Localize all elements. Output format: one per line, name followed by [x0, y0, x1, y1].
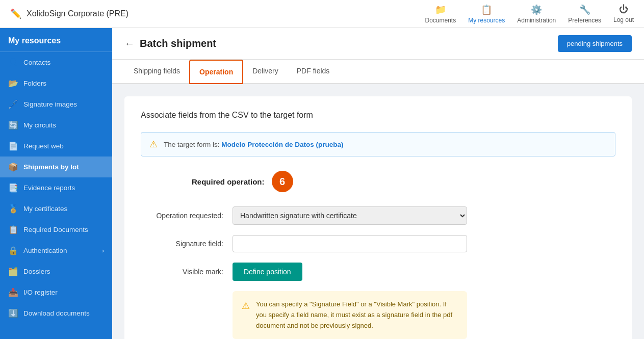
- info-warn-icon: ⚠: [149, 139, 158, 150]
- app-logo-icon: ✏️: [10, 8, 21, 19]
- sidebar-item-folders-label: Folders: [23, 80, 46, 87]
- sidebar-item-request-web[interactable]: 📄 Request web: [0, 136, 112, 157]
- page-header: ← Batch shipment pending shipments: [112, 28, 644, 60]
- documents-icon: 📁: [435, 4, 446, 15]
- tab-operation[interactable]: Operation: [189, 60, 243, 84]
- my-circuits-icon: 🔄: [8, 120, 18, 130]
- request-web-icon: 📄: [8, 141, 18, 151]
- my-resources-icon: 📋: [481, 4, 492, 15]
- form-card: Associate fields from the CSV to the tar…: [124, 96, 632, 339]
- visible-mark-field: Define position: [233, 263, 467, 281]
- nav-my-resources-label: My resources: [468, 17, 505, 24]
- io-register-icon: 📥: [8, 288, 18, 297]
- visible-mark-label: Visible mark:: [141, 268, 233, 276]
- form-section-title: Associate fields from the CSV to the tar…: [141, 111, 615, 120]
- required-operation-row: Required operation: 6: [141, 171, 615, 192]
- sidebar-item-authentication-label: Authentication: [23, 247, 67, 254]
- step-badge: 6: [272, 171, 293, 192]
- sidebar-item-my-certificates-label: My certificates: [23, 205, 67, 213]
- tabs-bar: Shipping fields Operation Delivery PDF f…: [112, 60, 644, 84]
- sidebar-item-folders[interactable]: 📂 Folders: [0, 73, 112, 94]
- visible-mark-row: Visible mark: Define position: [141, 263, 615, 281]
- signature-images-icon: 🖊️: [8, 99, 18, 109]
- sidebar-item-download-documents[interactable]: ⬇️ Download documents: [0, 303, 112, 324]
- logout-icon: ⏻: [619, 4, 628, 15]
- sidebar-item-shipments-by-lot-label: Shipments by lot: [23, 163, 79, 171]
- authentication-icon: 🔒: [8, 246, 18, 255]
- nav-my-resources[interactable]: 📋 My resources: [468, 4, 505, 24]
- page-header-left: ← Batch shipment: [124, 38, 216, 49]
- sidebar-item-contacts-label: Contacts: [23, 59, 50, 66]
- pending-shipments-button[interactable]: pending shipments: [558, 35, 632, 52]
- warning-box: ⚠ You can specify a "Signature Field" or…: [233, 291, 467, 339]
- sidebar-item-request-web-label: Request web: [23, 142, 64, 150]
- main-layout: My resources 👤 Contacts 📂 Folders 🖊️ Sig…: [0, 28, 644, 339]
- content-area: ← Batch shipment pending shipments Shipp…: [112, 28, 644, 339]
- sidebar-item-download-documents-label: Download documents: [23, 309, 90, 317]
- my-certificates-icon: 🏅: [8, 204, 18, 214]
- sidebar-item-io-register[interactable]: 📥 I/O register: [0, 282, 112, 303]
- nav-preferences-label: Preferences: [568, 17, 601, 24]
- sidebar-item-signature-images[interactable]: 🖊️ Signature images: [0, 94, 112, 115]
- sidebar-item-io-register-label: I/O register: [23, 289, 58, 296]
- preferences-icon: 🔧: [579, 4, 590, 15]
- sidebar-item-my-certificates[interactable]: 🏅 My certificates: [0, 198, 112, 219]
- page-title: Batch shipment: [140, 38, 216, 49]
- info-box-text: The target form is: Modelo Protección de…: [164, 141, 344, 148]
- sidebar-item-authentication[interactable]: 🔒 Authentication ›: [0, 240, 112, 261]
- sidebar-item-shipments-by-lot[interactable]: 📦 Shipments by lot: [0, 157, 112, 177]
- sidebar-item-dossiers[interactable]: 🗂️ Dossiers: [0, 261, 112, 282]
- sidebar-item-required-documents-label: Required Documents: [23, 226, 88, 233]
- warning-text: You can specify a "Signature Field" or a…: [256, 299, 458, 331]
- sidebar-item-evidence-reports-label: Evidence reports: [23, 184, 75, 192]
- contacts-icon: 👤: [8, 58, 18, 67]
- info-box: ⚠ The target form is: Modelo Protección …: [141, 132, 615, 157]
- nav-logout-label: Log out: [613, 16, 634, 23]
- op-requested-field: Handwritten signature with certificate E…: [233, 206, 467, 225]
- sidebar-header: My resources: [0, 28, 112, 52]
- define-position-button[interactable]: Define position: [233, 263, 302, 281]
- sidebar-item-dossiers-label: Dossiers: [23, 268, 50, 275]
- shipments-by-lot-icon: 📦: [8, 162, 18, 172]
- authentication-arrow-icon: ›: [102, 247, 104, 254]
- sidebar-item-evidence-reports[interactable]: 📑 Evidence reports: [0, 177, 112, 198]
- tab-shipping-fields[interactable]: Shipping fields: [124, 60, 189, 84]
- topbar: ✏️ XolidoSign Corporate (PRE) 📁 Document…: [0, 0, 644, 28]
- topbar-nav: 📁 Documents 📋 My resources ⚙️ Administra…: [425, 4, 634, 24]
- back-button[interactable]: ←: [124, 38, 135, 49]
- dossiers-icon: 🗂️: [8, 267, 18, 276]
- sidebar-item-my-circuits-label: My circuits: [23, 121, 56, 129]
- sidebar-item-my-circuits[interactable]: 🔄 My circuits: [0, 115, 112, 136]
- nav-administration[interactable]: ⚙️ Administration: [517, 4, 556, 24]
- operation-requested-row: Operation requested: Handwritten signatu…: [141, 206, 615, 225]
- nav-logout[interactable]: ⏻ Log out: [613, 4, 634, 23]
- app-title: XolidoSign Corporate (PRE): [27, 9, 128, 18]
- form-area: Associate fields from the CSV to the tar…: [112, 84, 644, 339]
- sidebar: My resources 👤 Contacts 📂 Folders 🖊️ Sig…: [0, 28, 112, 339]
- op-requested-label: Operation requested:: [141, 212, 233, 220]
- op-requested-select[interactable]: Handwritten signature with certificate E…: [233, 206, 467, 225]
- nav-preferences[interactable]: 🔧 Preferences: [568, 4, 601, 24]
- evidence-reports-icon: 📑: [8, 183, 18, 193]
- nav-administration-label: Administration: [517, 17, 556, 24]
- download-documents-icon: ⬇️: [8, 308, 18, 318]
- sidebar-item-contacts[interactable]: 👤 Contacts: [0, 52, 112, 73]
- signature-field-input[interactable]: [233, 235, 467, 252]
- info-prefix: The target form is:: [164, 141, 221, 148]
- topbar-left: ✏️ XolidoSign Corporate (PRE): [10, 8, 128, 19]
- tab-delivery[interactable]: Delivery: [243, 60, 288, 84]
- warning-icon: ⚠: [242, 300, 250, 311]
- nav-documents-label: Documents: [425, 17, 456, 24]
- required-documents-icon: 📋: [8, 225, 18, 234]
- folders-icon: 📂: [8, 79, 18, 88]
- req-op-label: Required operation:: [192, 177, 265, 186]
- sidebar-item-signature-images-label: Signature images: [23, 100, 77, 108]
- sig-field-label: Signature field:: [141, 240, 233, 248]
- nav-documents[interactable]: 📁 Documents: [425, 4, 456, 24]
- tab-pdf-fields[interactable]: PDF fields: [288, 60, 339, 84]
- sig-field-input-wrapper: [233, 235, 467, 252]
- info-link[interactable]: Modelo Protección de Datos (prueba): [221, 141, 343, 148]
- administration-icon: ⚙️: [531, 4, 542, 15]
- signature-field-row: Signature field:: [141, 235, 615, 252]
- sidebar-item-required-documents[interactable]: 📋 Required Documents: [0, 219, 112, 240]
